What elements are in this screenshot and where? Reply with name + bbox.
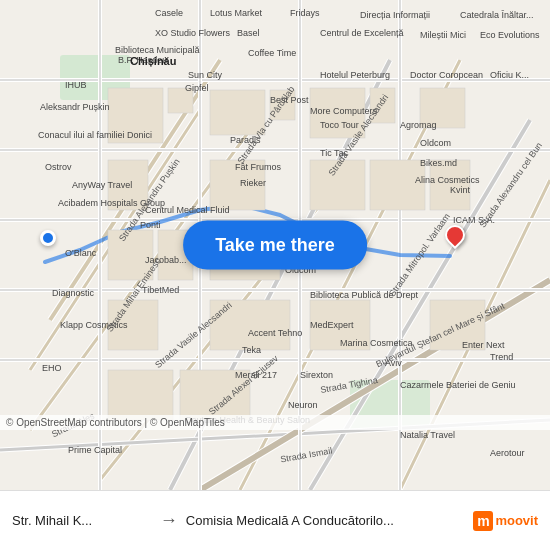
destination-label: Comisia Medicală A Conducătorilo... [186, 513, 466, 528]
svg-rect-48 [370, 88, 395, 123]
app-container: CaseleLotus MarketFridaysDirecția Inform… [0, 0, 550, 550]
svg-rect-50 [108, 230, 153, 280]
svg-rect-59 [108, 370, 173, 420]
take-me-there-button[interactable]: Take me there [183, 221, 367, 270]
bottom-bar: Str. Mihail K... → Comisia Medicală A Co… [0, 490, 550, 550]
moovit-logo: m moovit [473, 511, 538, 531]
svg-rect-47 [310, 88, 365, 138]
svg-rect-56 [210, 300, 290, 350]
svg-rect-43 [168, 88, 193, 113]
origin-marker [40, 230, 56, 246]
map-attribution: © OpenStreetMap contributors | © OpenMap… [0, 415, 550, 430]
svg-rect-44 [108, 160, 148, 210]
moovit-m-icon: m [473, 511, 493, 531]
origin-label: Str. Mihail K... [12, 513, 152, 528]
svg-rect-53 [310, 160, 365, 210]
svg-rect-61 [210, 160, 265, 210]
destination-marker [445, 225, 465, 245]
svg-rect-54 [370, 160, 425, 210]
svg-rect-60 [180, 370, 250, 420]
svg-rect-46 [270, 90, 295, 120]
svg-rect-55 [430, 160, 470, 210]
svg-rect-49 [420, 88, 465, 128]
svg-rect-58 [108, 300, 158, 350]
map-area: CaseleLotus MarketFridaysDirecția Inform… [0, 0, 550, 490]
moovit-text: moovit [495, 513, 538, 528]
svg-rect-57 [310, 300, 370, 350]
svg-rect-42 [108, 88, 163, 143]
svg-rect-45 [210, 90, 265, 135]
svg-rect-62 [430, 300, 485, 350]
direction-arrow-icon: → [160, 510, 178, 531]
